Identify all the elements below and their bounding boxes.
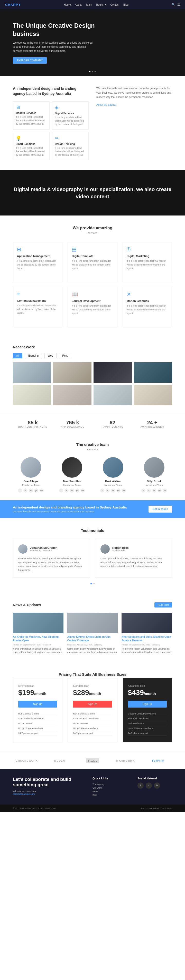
hero-cta-button[interactable]: EXPLORE COMPANY bbox=[13, 57, 47, 64]
partners-section: GROUNDWORK MCDEN Staples ◇ CompanyA FexP… bbox=[0, 753, 185, 769]
twitter-icon-3[interactable]: t bbox=[100, 488, 104, 493]
news-img-3 bbox=[121, 612, 172, 633]
nav-contact[interactable]: Contact bbox=[110, 3, 119, 6]
stat-ad-label: APP DOWNLOADS bbox=[53, 426, 92, 428]
hero-dot-1[interactable] bbox=[89, 71, 91, 72]
rss-icon-3[interactable]: rss bbox=[122, 488, 126, 493]
work-item-2[interactable] bbox=[53, 362, 91, 383]
social-facebook-icon[interactable]: f bbox=[137, 783, 144, 789]
rss-icon[interactable]: rss bbox=[40, 488, 44, 493]
quick-link-work[interactable]: Our work bbox=[92, 786, 127, 790]
app-icon: ⊞ bbox=[17, 246, 58, 253]
menu-icon[interactable]: ☰ bbox=[177, 3, 180, 6]
twitter-icon-2[interactable]: t bbox=[59, 488, 63, 493]
facebook-icon-2[interactable]: f bbox=[64, 488, 69, 493]
partner-mcden: MCDEN bbox=[46, 759, 73, 762]
plan-standard-name: Standard plan bbox=[73, 684, 112, 687]
service-card-content: ≡ Content Management It is a long establ… bbox=[13, 287, 62, 327]
about-link[interactable]: About the agency bbox=[96, 103, 116, 106]
work-item-8[interactable] bbox=[134, 385, 172, 405]
plan-standard-button[interactable]: Sign Up bbox=[73, 701, 112, 708]
plan-standard-features: Run 5 sites at a Time Standard Build Mac… bbox=[73, 711, 112, 736]
social-linkedin-icon[interactable]: in bbox=[154, 783, 160, 789]
linkedin-icon[interactable]: in bbox=[29, 488, 33, 493]
social-twitter-icon[interactable]: t bbox=[146, 783, 152, 789]
facebook-icon-3[interactable]: f bbox=[105, 488, 110, 493]
motion-icon: ✕ bbox=[127, 291, 168, 298]
news-img-2 bbox=[67, 612, 118, 633]
google-icon[interactable]: g+ bbox=[34, 488, 38, 493]
cta-button[interactable]: Get in Touch bbox=[148, 506, 172, 512]
tab-print[interactable]: Print bbox=[59, 353, 71, 358]
content-icon: ≡ bbox=[17, 291, 58, 297]
test-dot-2[interactable] bbox=[93, 583, 95, 584]
rss-icon-2[interactable]: rss bbox=[81, 488, 85, 493]
work-item-1[interactable] bbox=[13, 362, 51, 383]
linkedin-icon-4[interactable]: in bbox=[152, 488, 156, 493]
feature-5: 24/7 phone support bbox=[18, 731, 57, 736]
nav-home[interactable]: Home bbox=[64, 3, 71, 6]
work-tabs: All Branding Web Print bbox=[13, 353, 172, 358]
hero-dot-3[interactable] bbox=[94, 71, 96, 72]
facebook-icon[interactable]: f bbox=[23, 488, 27, 493]
avatar-tom bbox=[62, 457, 82, 478]
work-item-3[interactable] bbox=[94, 362, 132, 383]
news-title-1[interactable]: As Arctic Ice Vanishes, New Shipping Rou… bbox=[13, 635, 64, 643]
test-name-1: Jonathan McGregor bbox=[30, 546, 57, 549]
work-item-7[interactable] bbox=[94, 385, 132, 405]
nav-team[interactable]: Team bbox=[86, 3, 92, 6]
google-icon-3[interactable]: g+ bbox=[116, 488, 121, 493]
news-section: News & Updates Read More As Arctic Ice V… bbox=[0, 595, 185, 662]
news-meta-3: Posted on September 10, 2017 / Category bbox=[121, 644, 172, 646]
hero-dot-2[interactable] bbox=[92, 71, 93, 72]
google-icon-4[interactable]: g+ bbox=[158, 488, 162, 493]
stat-aw-number: 24 + bbox=[132, 420, 172, 426]
service-card-app: ⊞ Application Management It is a long es… bbox=[13, 242, 62, 282]
work-item-4[interactable] bbox=[134, 362, 172, 383]
google-icon-2[interactable]: g+ bbox=[75, 488, 80, 493]
facebook-icon-4[interactable]: f bbox=[147, 488, 151, 493]
twitter-icon-4[interactable]: t bbox=[141, 488, 145, 493]
partner-company: ◇ CompanyA bbox=[112, 759, 139, 762]
news-title-3[interactable]: After Setbacks and Suits, Miami to Open … bbox=[121, 635, 172, 643]
twitter-icon[interactable]: t bbox=[18, 488, 22, 493]
testimonials-section: Testimonials Jonathan McGregor Member of… bbox=[0, 518, 185, 595]
tab-web[interactable]: Web bbox=[45, 353, 56, 358]
quick-link-news[interactable]: News bbox=[92, 790, 127, 793]
quick-link-blog[interactable]: Blog bbox=[92, 793, 127, 797]
quick-link-agency[interactable]: The agency bbox=[92, 783, 127, 786]
linkedin-icon-3[interactable]: in bbox=[111, 488, 115, 493]
news-header: News & Updates Read More bbox=[13, 602, 172, 608]
service-smart-text: It is a long established fact that reade… bbox=[16, 146, 47, 157]
search-icon[interactable]: 🔍 bbox=[172, 3, 175, 6]
team-member-1: Joe Alleyn Member of Team t f in g+ rss bbox=[13, 457, 49, 493]
plan-minimum-button[interactable]: Sign Up bbox=[18, 701, 57, 708]
std-feature-5: 24/7 phone support bbox=[73, 731, 112, 736]
work-item-6[interactable] bbox=[53, 385, 91, 405]
work-item-5[interactable] bbox=[13, 385, 51, 405]
test-info-1: Jonathan McGregor Member of Company bbox=[30, 546, 57, 552]
nav-blog[interactable]: Blog bbox=[123, 3, 129, 6]
tab-all[interactable]: All bbox=[13, 353, 22, 358]
rss-icon-4[interactable]: rss bbox=[163, 488, 167, 493]
partner-staples: Staples bbox=[79, 758, 106, 764]
feature-3: Up to 1 users bbox=[18, 721, 57, 726]
avatar-billy bbox=[144, 457, 164, 478]
services-grid: ⊞ Application Management It is a long es… bbox=[13, 242, 172, 327]
tab-branding[interactable]: Branding bbox=[25, 353, 42, 358]
news-title: News & Updates bbox=[13, 603, 41, 607]
quick-links-title: Quick Links bbox=[92, 777, 127, 780]
linkedin-icon-2[interactable]: in bbox=[70, 488, 74, 493]
header-icons: 🔍 ☰ bbox=[172, 3, 180, 6]
test-dot-1[interactable] bbox=[91, 583, 92, 584]
plan-advanced-button[interactable]: Sign Up bbox=[128, 701, 167, 708]
service-card-motion: ✕ Motion Graphics It is a long establish… bbox=[123, 287, 172, 327]
nav-about[interactable]: About bbox=[75, 3, 82, 6]
nav-region[interactable]: Region ▾ bbox=[96, 3, 106, 6]
footer-contact-email[interactable]: albert@example.com bbox=[13, 793, 82, 795]
stat-business-partners: 85 k BUSINESS PARTNERS bbox=[13, 420, 53, 428]
news-read-more-button[interactable]: Read More bbox=[155, 602, 172, 608]
test-info-2: Robert Brosi Social media bbox=[112, 546, 129, 552]
news-title-2[interactable]: Jimmy Kimmel Sheds Light on Gun Control … bbox=[67, 635, 118, 643]
cta-title: An independent design and branding agenc… bbox=[13, 505, 127, 509]
